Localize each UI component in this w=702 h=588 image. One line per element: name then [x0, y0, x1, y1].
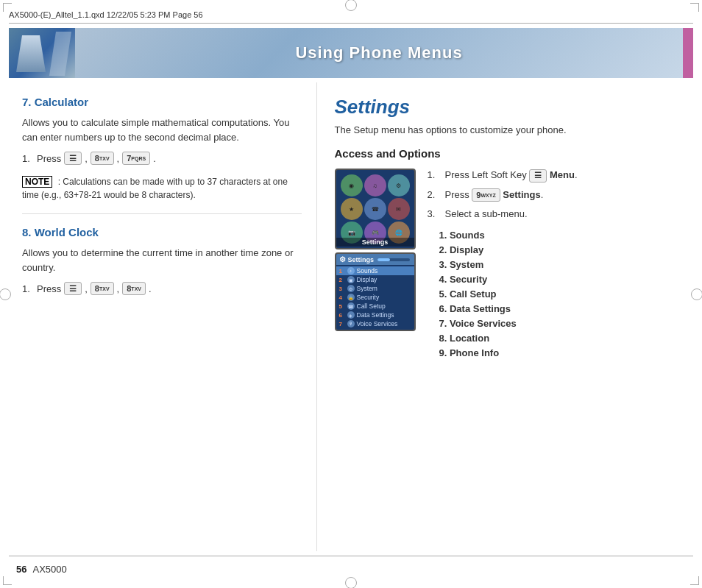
step1-content: Press Left Soft Key ☰ Menu. [445, 169, 578, 183]
step1-num: 1. [428, 169, 442, 182]
wc-key-8a: 8TXV [91, 282, 114, 295]
mi-label-5: Call Setup [357, 302, 386, 310]
submenu-item-1: 1. Sounds [439, 230, 578, 241]
settings-layout: ◉ ♫ ⚙ ★ ☎ ✉ 📷 🎮 🌐 Settings Settings [335, 169, 681, 362]
key-8: 8TXV [91, 152, 114, 165]
right-column: Settings The Setup menu has options to c… [317, 82, 694, 551]
section-divider [22, 213, 302, 214]
menu-title-label: Settings [348, 256, 375, 263]
system-icon: ⚙ [347, 285, 355, 292]
note-label: NOTE [22, 176, 52, 188]
security-icon: 🔒 [347, 294, 355, 301]
model-name: AX5000 [32, 564, 66, 575]
calculator-title: 7. Calculator [22, 96, 302, 108]
menu-items-list: 1 ♪ Sounds 2 ▣ Display 3 ⚙ System [336, 265, 414, 330]
submenu-item-5: 5. Call Setup [439, 288, 578, 300]
content-area: 7. Calculator Allows you to calculate si… [9, 82, 693, 551]
file-info-bar: AX5000-(E)_Alltel_1.1.qxd 12/22/05 5:23 … [9, 7, 693, 24]
display-icon: ▣ [347, 276, 355, 283]
step1-bold: Menu [550, 169, 575, 180]
submenu-item-3: 3. System [439, 259, 578, 270]
page-number: 56 [16, 564, 26, 575]
menu-item-voice: 7 🎙 Voice Services [336, 319, 414, 328]
step-num: 1. [22, 153, 34, 164]
icon-cell-1: ◉ [341, 174, 363, 196]
note-text: : Calculations can be made with up to 37… [22, 177, 288, 200]
menu-item-display: 2 ▣ Display [336, 275, 414, 284]
phone-mockup: ◉ ♫ ⚙ ★ ☎ ✉ 📷 🎮 🌐 Settings Settings [335, 169, 416, 331]
step-2: 2. Press 9WXYZ Settings. [428, 188, 578, 202]
file-info-text: AX5000-(E)_Alltel_1.1.qxd 12/22/05 5:23 … [9, 10, 203, 19]
step2-bold: Settings [503, 189, 540, 200]
mi-label-3: System [357, 285, 377, 292]
mi-num-3: 3 [339, 286, 345, 292]
icon-cell-3: ⚙ [388, 174, 410, 196]
mi-label-4: Security [357, 294, 380, 301]
submenu-item-7: 7. Voice Services [439, 318, 578, 329]
menu-item-sounds: 1 ♪ Sounds [336, 266, 414, 275]
menu-item-security: 4 🔒 Security [336, 293, 414, 302]
menu-item-system: 3 ⚙ System [336, 284, 414, 293]
data-icon: ◈ [347, 311, 355, 319]
icon-cell-4: ★ [341, 198, 363, 220]
mi-label-7: Voice Services [357, 320, 398, 327]
left-column: 7. Calculator Allows you to calculate si… [9, 82, 317, 551]
steps-and-submenu: 1. Press Left Soft Key ☰ Menu. 2. Press … [428, 169, 578, 362]
header-accent [683, 28, 693, 78]
header-image [9, 28, 75, 78]
key-left-soft: ☰ [529, 169, 547, 183]
step-3: 3. Select a sub-menu. [428, 208, 578, 221]
worldclock-description: Allows you to determine the current time… [22, 246, 302, 274]
voice-icon: 🎙 [347, 320, 355, 327]
footer: 56 AX5000 [9, 556, 693, 582]
menu-item-callsetup: 5 ☎ Call Setup [336, 302, 414, 311]
section-calculator: 7. Calculator Allows you to calculate si… [22, 96, 302, 202]
header-banner: Using Phone Menus [9, 28, 693, 78]
step3-num: 3. [428, 208, 442, 221]
step2-content: Press 9WXYZ Settings. [445, 188, 544, 202]
menu-item-datasettings: 6 ◈ Data Settings [336, 311, 414, 319]
wc-press-text: Press [37, 283, 61, 294]
period1: . [153, 153, 156, 164]
steps-list: 1. Press Left Soft Key ☰ Menu. 2. Press … [428, 169, 578, 221]
phone-screen-bottom: Settings 1 ♪ Sounds 2 ▣ Display [335, 252, 416, 331]
icon-cell-6: ✉ [388, 198, 410, 220]
calculator-note: NOTE : Calculations can be made with up … [22, 175, 302, 202]
menu-bar-top: Settings [336, 254, 414, 265]
mi-num-4: 4 [339, 294, 345, 301]
mi-label-2: Display [357, 276, 377, 283]
wc-step-num: 1. [22, 283, 34, 294]
key-9: 9WXYZ [472, 188, 500, 202]
mi-label-1: Sounds [357, 267, 378, 274]
comma2: , [117, 153, 120, 164]
settings-description: The Setup menu has options to customize … [335, 124, 681, 135]
icon-cell-5: ☎ [364, 198, 386, 220]
sounds-icon: ♪ [347, 267, 355, 274]
key-7: 7PQRS [122, 152, 150, 165]
worldclock-step1: 1. Press ☰, 8TXV, 8TXV . [22, 282, 302, 295]
wc-key-8b: 8TXV [122, 282, 146, 295]
screen-label-top: Settings [336, 238, 414, 247]
mi-num-6: 6 [339, 312, 345, 319]
section-worldclock: 8. World Clock Allows you to determine t… [22, 226, 302, 295]
submenu-item-2: 2. Display [439, 244, 578, 255]
key-menu: ☰ [64, 152, 82, 165]
step2-num: 2. [428, 188, 442, 202]
mi-num-1: 1 [339, 268, 345, 274]
step-press-text: Press [37, 153, 61, 164]
mi-label-6: Data Settings [357, 311, 394, 319]
comma1: , [85, 153, 88, 164]
callsetup-icon: ☎ [347, 302, 355, 310]
header-title: Using Phone Menus [75, 43, 683, 63]
calculator-description: Allows you to calculate simple mathemati… [22, 116, 302, 144]
worldclock-title: 8. World Clock [22, 226, 302, 238]
submenu-item-9: 9. Phone Info [439, 347, 578, 358]
menu-progress-bar [377, 258, 409, 261]
icon-cell-2: ♫ [364, 174, 386, 196]
step3-content: Select a sub-menu. [445, 208, 528, 221]
wc-key-menu: ☰ [64, 282, 82, 295]
mi-num-7: 7 [339, 321, 345, 327]
submenu-list: 1. Sounds 2. Display 3. System 4. Securi… [439, 230, 578, 358]
step-1: 1. Press Left Soft Key ☰ Menu. [428, 169, 578, 183]
access-options-title: Access and Options [335, 147, 681, 160]
